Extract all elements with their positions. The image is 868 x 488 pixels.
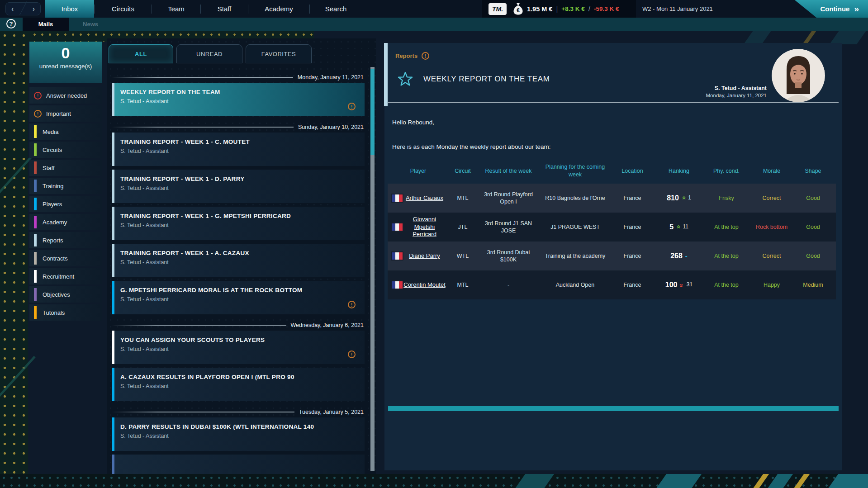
forward-arrow-icon[interactable]: › [33,5,35,13]
mail-list-panel: ALLUNREADFAVORITES Monday, January 11, 2… [107,38,376,474]
deco-stripe [751,474,771,488]
sub-nav-bar: ? Mails News [0,18,868,31]
mail-list-item[interactable]: A. CAZAUX RESULTS IN PLAYFORD OPEN I (MT… [112,368,365,401]
continue-button[interactable]: Continue » [769,0,868,18]
sidebar-item-training[interactable]: Training [29,178,102,194]
mail-category-bar [112,417,114,451]
date-label: Monday, January 11, 2021 [298,74,365,81]
trend-up-icon: » [680,197,687,199]
mail-category-bar [112,170,114,203]
sidebar-item-label: Reports [43,237,63,244]
category-color-bar [34,143,37,156]
nav-tab-inbox[interactable]: Inbox [45,0,94,18]
player-cell: Giovanni Mpetshi Perricard [388,213,449,242]
reader-accent-strip [384,43,388,106]
player-link[interactable]: Arthur Cazaux [406,194,443,202]
sidebar-item-contracts[interactable]: Contracts [29,250,102,266]
app-screen: ‹ › InboxCircuitsTeamStaffAcademySearch … [0,0,868,488]
mail-list-item[interactable] [112,455,365,474]
mail-list-item[interactable]: TRAINING REPORT - WEEK 1 - C. MOUTETS. T… [112,133,365,166]
trend-same-icon: - [685,251,688,261]
morale-cell: Happy [749,270,794,299]
nav-tab-search[interactable]: Search [310,0,362,18]
player-link[interactable]: Giovanni Mpetshi Perricard [403,216,446,239]
sender-avatar[interactable] [772,49,825,102]
sidebar-item-label: Answer needed [46,92,87,99]
mail-filter-tabs: ALLUNREADFAVORITES [109,44,312,63]
column-header-phy-cond: Phy. cond. [703,158,749,184]
column-header-shape: Shape [794,158,832,184]
back-arrow-icon[interactable]: ‹ [11,5,14,13]
category-color-bar [34,252,37,265]
sidebar-item-objectives[interactable]: Objectives [29,286,102,303]
sidebar-item-important[interactable]: !Important [29,105,102,122]
progress-bar [388,406,839,411]
category-color-bar [34,306,37,319]
help-icon[interactable]: ? [6,19,16,28]
nav-tab-staff[interactable]: Staff [201,0,248,18]
nav-tab-team[interactable]: Team [152,0,200,18]
mail-intro: Here is as each Monday the weekly report… [392,143,550,150]
sidebar-item-tutorials[interactable]: Tutorials [29,304,102,321]
mail-tab-unread[interactable]: UNREAD [176,44,242,63]
nav-tab-academy[interactable]: Academy [248,0,309,18]
player-cell: Corentin Moutet [388,270,449,299]
sidebar-item-media[interactable]: Media [29,123,102,140]
date-separator: Tuesday, January 5, 2021 [112,407,365,417]
team-report-table: PlayerCircuitResult of the weekPlanning … [388,158,836,299]
mail-title: WEEKLY REPORT ON THE TEAM [423,75,550,84]
category-color-bar [34,161,37,174]
reader-category-row: Reports ! [395,52,429,60]
mail-category-list: !Answer needed!ImportantMediaCircuitsSta… [29,87,102,322]
ranking-value: 5 [669,223,674,232]
sidebar-item-answer-needed[interactable]: !Answer needed [29,87,102,104]
result-cell: 3rd Round Playford Open I [477,184,540,213]
scrollbar-thumb[interactable] [370,69,375,155]
sidebar-item-academy[interactable]: Academy [29,214,102,230]
mail-tab-all[interactable]: ALL [109,44,173,63]
mail-item-title: A. CAZAUX RESULTS IN PLAYFORD OPEN I (MT… [120,374,294,380]
table-header-row: PlayerCircuitResult of the weekPlanning … [388,158,836,184]
nav-tab-circuits[interactable]: Circuits [95,0,152,18]
scrollbar-track[interactable] [370,67,375,471]
finance-box[interactable]: TM. € 1.95 M € | +8.3 K € / -59.3 K € [482,0,636,18]
mail-list-item[interactable]: TRAINING REPORT - WEEK 1 - A. CAZAUXS. T… [112,244,365,277]
mail-list-item[interactable]: YOU CAN ASSIGN YOUR SCOUTS TO PLAYERSS. … [112,331,365,364]
reader-category: Reports [395,52,417,59]
result-cell: - [477,270,540,299]
mail-item-sender: S. Tetud - Assistant [120,259,169,265]
mail-list-item[interactable]: WEEKLY REPORT ON THE TEAMS. Tetud - Assi… [112,83,365,116]
player-link[interactable]: Diane Parry [409,252,440,260]
mail-reader-panel: Reports ! WEEKLY REPORT ON THE TEAM S. T… [384,43,842,470]
balance-value: 1.95 M € [527,5,552,13]
weekly-loss-value: -59.3 K € [594,5,619,12]
table-row: Arthur CazauxMTL3rd Round Playford Open … [388,184,836,213]
mail-list-item[interactable]: TRAINING REPORT - WEEK 1 - D. PARRYS. Te… [112,170,365,203]
location-cell: France [610,184,655,213]
mail-list-item[interactable]: TRAINING REPORT - WEEK 1 - G. MPETSHI PE… [112,207,365,240]
sidebar-item-staff[interactable]: Staff [29,160,102,176]
result-cell: 3rd Round Dubai $100K [477,242,540,270]
money-bag-icon: € [513,3,523,15]
separator-line [112,412,294,412]
player-cell: Diane Parry [388,242,449,270]
sidebar-item-circuits[interactable]: Circuits [29,142,102,158]
tab-news[interactable]: News [69,18,112,31]
column-header-result-of-the-week: Result of the week [477,158,540,184]
mail-list-item[interactable]: G. MPETSHI PERRICARD MORAL IS AT THE ROC… [112,281,365,314]
category-color-bar [34,216,37,228]
sidebar-item-recruitment[interactable]: Recruitment [29,268,102,284]
tm-logo: TM. [489,3,507,15]
mail-tab-favorites[interactable]: FAVORITES [246,44,312,63]
table-row: Corentin MoutetMTL-Auckland OpenFrance10… [388,270,836,299]
sidebar-item-players[interactable]: Players [29,196,102,212]
player-link[interactable]: Corentin Moutet [403,281,446,289]
mail-category-bar [112,281,114,314]
deco-stripe [513,474,556,488]
mail-list-item[interactable]: D. PARRY RESULTS IN DUBAI $100K (WTL INT… [112,417,365,451]
sidebar-item-reports[interactable]: Reports [29,232,102,248]
favorite-star-icon[interactable] [397,71,413,87]
mail-item-title: TRAINING REPORT - WEEK 1 - D. PARRY [120,175,245,182]
tab-mails[interactable]: Mails [23,18,69,31]
finance-separator: | [556,5,558,13]
